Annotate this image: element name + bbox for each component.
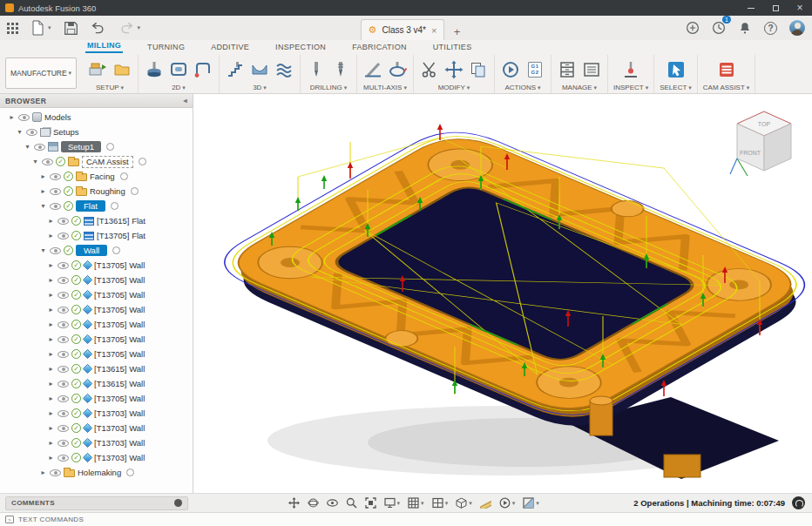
data-panel-grid-icon[interactable] (5, 18, 20, 37)
measure-icon[interactable] (478, 496, 493, 511)
orbit-icon[interactable] (306, 496, 321, 511)
post-process-icon[interactable]: G1G2 (524, 59, 545, 80)
tree-row[interactable]: ✓ [T13705] Wall (0, 302, 193, 317)
expand-arrow-icon[interactable] (47, 350, 55, 358)
new-setup-icon[interactable] (87, 59, 108, 80)
look-at-icon[interactable] (325, 496, 340, 511)
2d-contour-icon[interactable] (193, 59, 213, 80)
visibility-eye-icon[interactable] (58, 455, 69, 462)
ribbon-group-label-select[interactable]: SELECT (660, 84, 692, 91)
visual-style-icon[interactable] (454, 496, 474, 511)
visibility-eye-icon[interactable] (58, 321, 69, 328)
visibility-eye-icon[interactable] (58, 277, 69, 284)
comments-bar[interactable]: COMMENTS (5, 496, 188, 510)
browser-collapse-icon[interactable] (184, 97, 187, 105)
adaptive-clearing-icon[interactable] (225, 59, 246, 80)
duplicate-icon[interactable] (468, 59, 489, 80)
tree-row[interactable]: ✓ Roughing (0, 184, 193, 199)
simulate-player-icon[interactable] (497, 496, 518, 511)
expand-arrow-icon[interactable] (47, 439, 55, 447)
comments-toggle-icon[interactable] (174, 499, 182, 507)
tree-row[interactable]: ✓ Setup1 (0, 139, 193, 154)
expand-arrow-icon[interactable] (47, 394, 55, 402)
cam-assist-icon[interactable] (716, 59, 737, 80)
tab-close-icon[interactable] (431, 25, 436, 36)
ribbon-tab[interactable]: FABRICATION (350, 43, 409, 53)
expand-arrow-icon[interactable] (47, 409, 55, 417)
2d-pocket-icon[interactable] (168, 59, 189, 80)
ribbon-tab[interactable]: MILLING (85, 41, 123, 53)
3d-pocket-icon[interactable] (249, 59, 270, 80)
rotary-icon[interactable] (387, 59, 408, 80)
expand-arrow-icon[interactable] (47, 380, 55, 388)
expand-arrow-icon[interactable] (16, 128, 24, 136)
tree-row[interactable]: ✓ [T13705] Wall (0, 287, 193, 302)
ribbon-group-label-2d[interactable]: 2D (172, 84, 186, 91)
tree-row[interactable]: ✓ [T13705] Wall (0, 273, 193, 287)
tree-row[interactable]: ✓ Facing (0, 169, 193, 184)
visibility-eye-icon[interactable] (58, 351, 69, 358)
tree-row[interactable]: ✓ Setups (0, 125, 193, 139)
tree-row[interactable]: ✓ [T13705] Wall (0, 332, 193, 347)
visibility-eye-icon[interactable] (34, 144, 45, 151)
visibility-eye-icon[interactable] (50, 469, 61, 476)
expand-arrow-icon[interactable] (47, 217, 55, 225)
tree-row[interactable]: ✓ [T13705] Wall (0, 317, 193, 332)
expand-arrow-icon[interactable] (47, 276, 55, 284)
tree-row[interactable]: ✓ [T13703] Wall (0, 421, 193, 435)
face-mill-icon[interactable] (144, 59, 165, 80)
minimize-button[interactable] (739, 0, 763, 16)
text-commands-bar[interactable]: TEXT COMMANDS (0, 512, 812, 526)
tree-row[interactable]: ✓ [T13705] Flat (0, 228, 193, 243)
ribbon-group-label-3d[interactable]: 3D (253, 84, 267, 91)
visibility-eye-icon[interactable] (58, 440, 69, 447)
trim-scissors-icon[interactable] (419, 59, 440, 80)
close-button[interactable] (788, 0, 812, 16)
ribbon-group-label-actions[interactable]: ACTIONS (504, 84, 540, 91)
visibility-eye-icon[interactable] (50, 203, 61, 210)
file-menu-icon[interactable] (29, 18, 53, 37)
job-status-clock-icon[interactable]: 1 (710, 18, 727, 37)
tree-row[interactable]: ✓ [T13705] Wall (0, 347, 193, 361)
new-tab-button[interactable] (448, 23, 465, 40)
expand-arrow-icon[interactable] (39, 469, 47, 476)
notification-bell-icon[interactable] (736, 18, 754, 37)
ribbon-tab[interactable]: UTILITIES (431, 43, 474, 53)
viewport-canvas[interactable]: TOP FRONT (193, 94, 812, 493)
tree-row[interactable]: ✓ Holemaking (0, 465, 193, 480)
parallel-icon[interactable] (274, 59, 294, 80)
assistant-icon[interactable] (792, 496, 805, 509)
drill-icon[interactable] (306, 59, 327, 80)
ribbon-group-label-modify[interactable]: MODIFY (438, 84, 470, 91)
visibility-eye-icon[interactable] (42, 158, 53, 165)
tree-row[interactable]: ✓ [T13703] Wall (0, 450, 193, 465)
document-tab[interactable]: Class 3 v4* (361, 19, 445, 40)
tap-icon[interactable] (330, 59, 351, 80)
visibility-eye-icon[interactable] (58, 381, 69, 388)
job-manager-icon[interactable] (581, 59, 602, 80)
visibility-eye-icon[interactable] (50, 247, 61, 254)
expand-arrow-icon[interactable] (39, 202, 47, 210)
probe-inspect-icon[interactable] (620, 59, 641, 80)
visibility-eye-icon[interactable] (50, 173, 61, 180)
expand-arrow-icon[interactable] (39, 172, 47, 180)
ribbon-tab[interactable]: INSPECTION (274, 43, 328, 53)
extensions-icon[interactable] (684, 18, 701, 37)
visibility-eye-icon[interactable] (58, 307, 69, 314)
visibility-eye-icon[interactable] (50, 188, 61, 195)
tree-row[interactable]: ✓ CAM Assist (0, 154, 193, 169)
grid-and-snaps-icon[interactable] (406, 496, 426, 511)
ribbon-tab[interactable]: ADDITIVE (209, 43, 251, 53)
ribbon-group-label-manage[interactable]: MANAGE (562, 84, 597, 91)
tree-row[interactable]: ✓ [T13615] Flat (0, 213, 193, 228)
tree-row[interactable]: ✓ [T13705] Wall (0, 391, 193, 406)
ribbon-group-label-setup[interactable]: SETUP (96, 84, 124, 91)
expand-arrow-icon[interactable] (39, 246, 47, 254)
user-avatar[interactable] (788, 18, 807, 37)
workspace-switcher-button[interactable]: MANUFACTURE (5, 57, 77, 89)
swarf-icon[interactable] (362, 59, 383, 80)
maximize-button[interactable] (763, 0, 788, 16)
visibility-eye-icon[interactable] (58, 233, 69, 239)
expand-arrow-icon[interactable] (47, 454, 55, 462)
viewports-icon[interactable] (430, 496, 450, 511)
